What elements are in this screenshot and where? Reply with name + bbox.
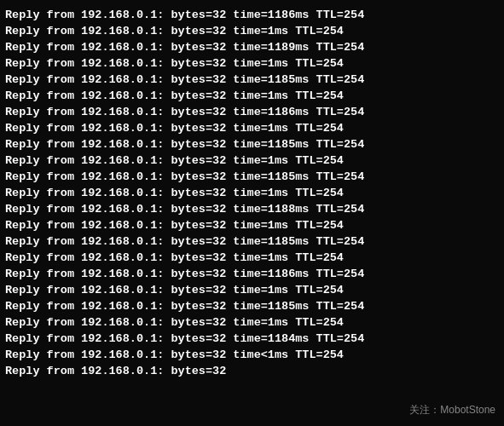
terminal-line: Reply from 192.168.0.1: bytes=32 time<1m…	[5, 347, 499, 363]
terminal-line: Reply from 192.168.0.1: bytes=32 time=1m…	[5, 88, 499, 104]
terminal-line: Reply from 192.168.0.1: bytes=32 time=11…	[5, 7, 499, 23]
terminal-line: Reply from 192.168.0.1: bytes=32 time=1m…	[5, 120, 499, 136]
watermark: 关注：MobotStone	[409, 403, 495, 417]
terminal-line: Reply from 192.168.0.1: bytes=32 time=1m…	[5, 250, 499, 266]
terminal-line: Reply from 192.168.0.1: bytes=32 time=1m…	[5, 23, 499, 39]
terminal-line: Reply from 192.168.0.1: bytes=32 time=1m…	[5, 153, 499, 169]
terminal-line: Reply from 192.168.0.1: bytes=32 time=11…	[5, 331, 499, 347]
terminal-window: Reply from 192.168.0.1: bytes=32 time=11…	[0, 0, 504, 426]
terminal-line: Reply from 192.168.0.1: bytes=32 time=11…	[5, 136, 499, 153]
terminal-line: Reply from 192.168.0.1: bytes=32 time=1m…	[5, 314, 499, 331]
terminal-line: Reply from 192.168.0.1: bytes=32	[5, 363, 499, 379]
terminal-line: Reply from 192.168.0.1: bytes=32 time=1m…	[5, 217, 499, 233]
terminal-line: Reply from 192.168.0.1: bytes=32 time=1m…	[5, 185, 499, 201]
terminal-line: Reply from 192.168.0.1: bytes=32 time=11…	[5, 266, 499, 282]
terminal-line: Reply from 192.168.0.1: bytes=32 time=11…	[5, 169, 499, 185]
terminal-line: Reply from 192.168.0.1: bytes=32 time=11…	[5, 72, 499, 88]
terminal-line: Reply from 192.168.0.1: bytes=32 time=11…	[5, 39, 499, 55]
terminal-line: Reply from 192.168.0.1: bytes=32 time=1m…	[5, 55, 499, 72]
terminal-line: Reply from 192.168.0.1: bytes=32 time=11…	[5, 233, 499, 250]
terminal-line: Reply from 192.168.0.1: bytes=32 time=11…	[5, 201, 499, 217]
terminal-line: Reply from 192.168.0.1: bytes=32 time=11…	[5, 298, 499, 314]
terminal-line: Reply from 192.168.0.1: bytes=32 time=11…	[5, 104, 499, 120]
terminal-line: Reply from 192.168.0.1: bytes=32 time=1m…	[5, 282, 499, 298]
